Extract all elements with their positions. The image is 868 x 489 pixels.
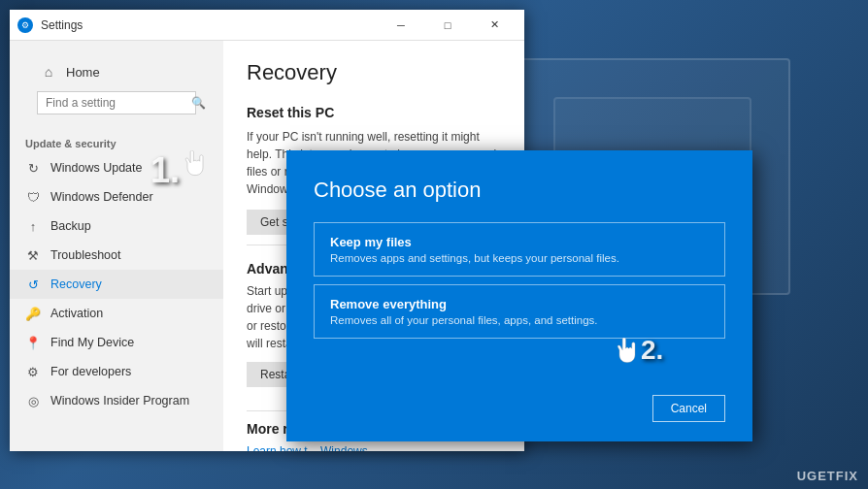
minimize-button[interactable]: ─ [379,10,423,41]
title-bar: ⚙ Settings ─ □ ✕ [10,10,524,41]
nav-label-windows-update: Windows Update [50,161,143,175]
step-2-label: 2. [641,335,663,366]
nav-label-backup: Backup [50,219,91,233]
nav-label-insider: Windows Insider Program [50,394,189,408]
sidebar-item-troubleshoot[interactable]: ⚒ Troubleshoot [10,241,223,270]
search-input[interactable] [46,96,191,110]
home-icon: ⌂ [41,64,56,80]
nav-label-troubleshoot: Troubleshoot [50,248,121,262]
maximize-button[interactable]: □ [425,10,470,41]
sidebar-item-windows-update[interactable]: ↻ Windows Update [10,153,223,182]
option2-main: Remove everything [330,297,709,311]
dialog-bottom: Cancel [314,395,725,422]
nav-label-find-device: Find My Device [50,336,134,349]
sidebar-item-developers[interactable]: ⚙ For developers [10,357,223,386]
keep-my-files-button[interactable]: Keep my files Removes apps and settings,… [314,222,725,277]
sidebar-nav: ↻ Windows Update 🛡 Windows Defender ↑ Ba… [10,153,223,451]
close-button[interactable]: ✕ [472,10,517,41]
option1-main: Keep my files [330,235,709,249]
home-label: Home [66,65,100,80]
window-title: Settings [41,18,379,32]
activation-icon: 🔑 [25,306,41,321]
watermark: UGETFIX [797,469,858,483]
option2-sub: Removes all of your personal files, apps… [330,314,709,326]
settings-icon: ⚙ [17,17,33,33]
sidebar-item-home[interactable]: ⌂ Home [25,56,208,87]
nav-label-recovery: Recovery [50,277,102,291]
search-box[interactable]: 🔍 [37,91,196,114]
insider-icon: ◎ [25,393,41,408]
sidebar: ⌂ Home 🔍 Update & security ↻ Windows Upd… [10,41,223,451]
sidebar-item-insider[interactable]: ◎ Windows Insider Program [10,386,223,415]
nav-label-windows-defender: Windows Defender [50,190,153,204]
search-icon: 🔍 [191,96,206,110]
learn-more-link[interactable]: Learn how t... Windows [247,444,501,451]
sidebar-item-recovery[interactable]: ↺ Recovery [10,270,223,299]
sidebar-item-backup[interactable]: ↑ Backup [10,212,223,241]
section-label: Update & security [10,130,223,153]
troubleshoot-icon: ⚒ [25,247,41,263]
cancel-button[interactable]: Cancel [652,395,725,422]
window-controls: ─ □ ✕ [379,10,517,41]
sidebar-item-find-device[interactable]: 📍 Find My Device [10,328,223,357]
developers-icon: ⚙ [25,364,41,379]
shield-icon: 🛡 [25,189,41,205]
recovery-title: Recovery [247,60,501,85]
nav-label-activation: Activation [50,307,103,320]
nav-label-developers: For developers [50,365,131,378]
sidebar-item-windows-defender[interactable]: 🛡 Windows Defender [10,182,223,212]
backup-icon: ↑ [25,218,41,234]
sidebar-header: ⌂ Home 🔍 [10,41,223,130]
reset-section-title: Reset this PC [247,105,501,120]
update-icon: ↻ [25,160,41,176]
sidebar-item-activation[interactable]: 🔑 Activation [10,299,223,328]
remove-everything-button[interactable]: Remove everything Removes all of your pe… [314,284,725,339]
step-1-label: 1. [150,150,180,191]
recovery-icon: ↺ [25,277,41,292]
option1-sub: Removes apps and settings, but keeps you… [330,252,709,264]
choose-dialog: Choose an option Keep my files Removes a… [286,150,752,441]
find-device-icon: 📍 [25,335,41,350]
dialog-title: Choose an option [314,178,725,203]
